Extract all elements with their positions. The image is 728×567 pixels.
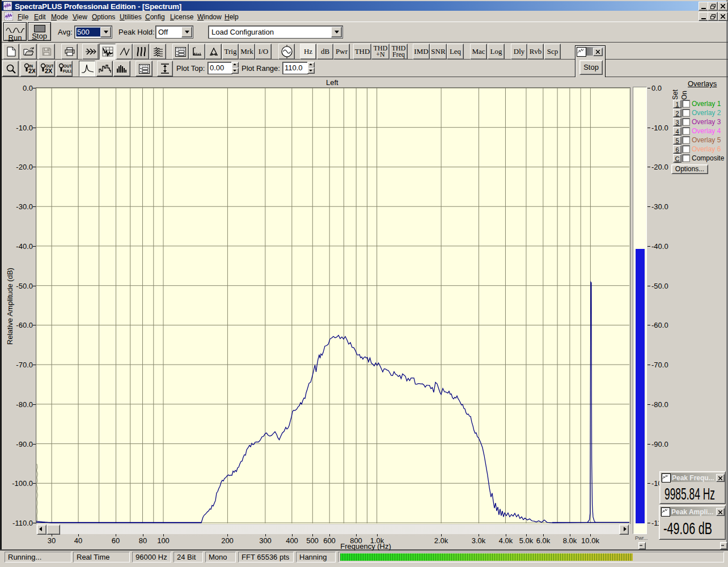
- svg-text:2X: 2X: [28, 67, 35, 74]
- svg-text:2X: 2X: [45, 67, 53, 74]
- svg-text:FULL: FULL: [63, 69, 71, 73]
- svg-text:OUT: OUT: [64, 64, 71, 68]
